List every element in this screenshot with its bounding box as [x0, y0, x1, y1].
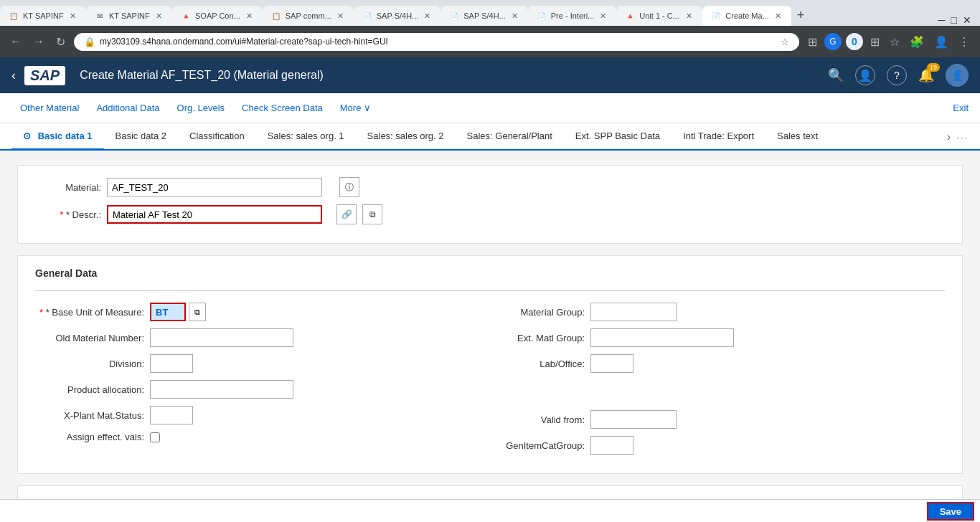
apps-icon[interactable]: ⊞ [867, 32, 882, 52]
save-button[interactable]: Save [927, 502, 974, 521]
gen-item-cat-input[interactable] [590, 436, 633, 455]
star-icon[interactable]: ☆ [781, 37, 789, 47]
tab-close-5[interactable]: ✕ [423, 10, 432, 22]
tabs-right-arrow-icon[interactable]: › [947, 130, 951, 143]
user-avatar[interactable]: 👤 [946, 64, 969, 87]
nav-additional-data[interactable]: Additional Data [88, 94, 168, 122]
sap-page-title: Create Material AF_TEST_20 (Material gen… [80, 69, 819, 82]
tab-ext-spp[interactable]: Ext. SPP Basic Data [564, 123, 672, 151]
description-link-button[interactable]: 🔗 [336, 204, 357, 224]
browser-tab-5[interactable]: 📄 SAP S/4H... ✕ [354, 6, 441, 26]
description-label: * * Descr.: [35, 209, 107, 220]
material-group-input[interactable] [590, 303, 677, 321]
base-unit-input[interactable] [150, 303, 186, 321]
tab-close-4[interactable]: ✕ [336, 10, 345, 22]
user-profile-icon[interactable]: 👤 [931, 32, 951, 52]
tab-sales-org-1[interactable]: Sales: sales org. 1 [256, 123, 356, 151]
minimize-button[interactable]: ─ [938, 14, 946, 26]
browser-tab-8[interactable]: 🔺 Unit 1 - C... ✕ [616, 6, 702, 26]
tab-label-ext-spp: Ext. SPP Basic Data [575, 130, 660, 141]
nav-other-material[interactable]: Other Material [11, 94, 88, 122]
assign-effect-row: Assign effect. vals: [35, 432, 473, 442]
tab-favicon-7: 📄 [537, 11, 547, 21]
bookmark-icon[interactable]: ☆ [887, 32, 903, 52]
browser-tab-6[interactable]: 📄 SAP S/4H... ✕ [440, 6, 528, 26]
tab-close-2[interactable]: ✕ [154, 10, 164, 22]
tab-sales-text[interactable]: Sales text [765, 123, 829, 151]
nav-exit[interactable]: Exit [953, 103, 969, 113]
tab-close-1[interactable]: ✕ [68, 10, 77, 22]
tab-label-basic-2: Basic data 2 [116, 130, 167, 141]
xplant-status-row: X-Plant Mat.Status: [35, 406, 473, 424]
tab-basic-data-1[interactable]: ⊙ Basic data 1 [11, 123, 104, 151]
browser-tab-9[interactable]: 📄 Create Ma... ✕ [702, 6, 791, 26]
nav-back-button[interactable]: ← [7, 32, 24, 51]
tab-sales-org-2[interactable]: Sales: sales org. 2 [356, 123, 456, 151]
ext-matl-group-input[interactable] [590, 328, 734, 347]
notification-icon[interactable]: 0 [846, 33, 863, 50]
search-icon[interactable]: 🔍 [828, 67, 844, 83]
browser-tab-2[interactable]: ✉ KT SAPINF ✕ [86, 6, 172, 26]
material-input[interactable] [107, 178, 322, 196]
sap-header: ‹ SAP Create Material AF_TEST_20 (Materi… [0, 57, 980, 93]
nav-check-screen[interactable]: Check Screen Data [233, 94, 331, 122]
nav-forward-button[interactable]: → [30, 32, 47, 51]
base-unit-label-text: * Base Unit of Measure: [46, 307, 144, 318]
base-unit-value-help-button[interactable]: ⧉ [189, 303, 206, 321]
browser-tab-7[interactable]: 📄 Pre - Interi... ✕ [528, 6, 617, 26]
tab-close-3[interactable]: ✕ [245, 10, 254, 22]
assign-effect-checkbox[interactable] [150, 432, 160, 442]
nav-more[interactable]: More ∨ [331, 94, 380, 122]
tab-close-6[interactable]: ✕ [510, 10, 519, 22]
ext-matl-group-row: Ext. Matl Group: [490, 328, 928, 347]
tab-label-sales-org-1: Sales: sales org. 1 [268, 130, 344, 141]
maximize-button[interactable]: □ [951, 14, 957, 26]
tab-intl-trade[interactable]: Intl Trade: Export [672, 123, 765, 151]
product-allocation-input[interactable] [150, 380, 293, 399]
tab-label-sales-general-plant: Sales: General/Plant [467, 130, 552, 141]
description-input[interactable] [107, 205, 322, 224]
description-copy-button[interactable]: ⧉ [362, 204, 382, 224]
notification-count: 19 [927, 63, 940, 72]
extensions-icon[interactable]: ⊞ [805, 32, 820, 52]
user-settings-icon[interactable]: 👤 [855, 65, 875, 85]
browser-chrome: 📋 KT SAPINF ✕ ✉ KT SAPINF ✕ 🔺 SOAP Con..… [0, 0, 980, 57]
browser-tab-1[interactable]: 📋 KT SAPINF ✕ [0, 6, 86, 26]
tab-label-basic-1: Basic data 1 [38, 130, 93, 141]
division-input[interactable] [150, 354, 193, 373]
xplant-status-input[interactable] [150, 406, 193, 424]
browser-tab-4[interactable]: 📋 SAP comm... ✕ [263, 6, 354, 26]
notification-bell-icon[interactable]: 🔔 19 [918, 67, 934, 83]
general-data-grid: * * Base Unit of Measure: ⧉ Old Material… [35, 303, 945, 462]
valid-from-input[interactable] [590, 410, 677, 429]
tab-classification[interactable]: Classification [178, 123, 256, 151]
sap-back-button[interactable]: ‹ [11, 68, 16, 83]
help-icon[interactable]: ? [887, 65, 907, 85]
command-input[interactable] [6, 500, 927, 522]
tab-label-sales-text: Sales text [777, 130, 818, 141]
nav-reload-button[interactable]: ↻ [53, 32, 68, 52]
close-button[interactable]: ✕ [963, 14, 971, 26]
tab-basic-data-2[interactable]: Basic data 2 [104, 123, 179, 151]
bottom-bar: Save [0, 499, 980, 522]
general-data-left-col: * * Base Unit of Measure: ⧉ Old Material… [35, 303, 490, 462]
menu-icon[interactable]: ⋮ [956, 32, 973, 52]
new-tab-button[interactable]: + [791, 8, 811, 23]
nav-org-levels[interactable]: Org. Levels [169, 94, 233, 122]
tab-label-5: SAP S/4H... [377, 11, 419, 20]
tab-close-8[interactable]: ✕ [684, 10, 694, 22]
lab-office-input[interactable] [590, 354, 633, 373]
old-material-input[interactable] [150, 328, 293, 347]
browser-addressbar: ← → ↻ 🔒 my303109.s4hana.ondemand.com/ui#… [0, 26, 980, 57]
profile-icon[interactable]: G [824, 33, 842, 50]
material-info-button[interactable]: ⓘ [339, 177, 359, 197]
tab-close-7[interactable]: ✕ [598, 10, 608, 22]
tabs-overflow-icon[interactable]: ··· [956, 132, 969, 143]
tab-close-9[interactable]: ✕ [773, 10, 783, 22]
browser-tab-3[interactable]: 🔺 SOAP Con... ✕ [172, 6, 263, 26]
puzzle-icon[interactable]: 🧩 [907, 32, 927, 52]
tab-sales-general-plant[interactable]: Sales: General/Plant [456, 123, 564, 151]
tab-favicon-4: 📋 [271, 11, 281, 21]
address-bar[interactable]: 🔒 my303109.s4hana.ondemand.com/ui#Materi… [74, 33, 799, 51]
general-data-section: General Data * * Base Unit of Measure: ⧉ [17, 255, 963, 474]
